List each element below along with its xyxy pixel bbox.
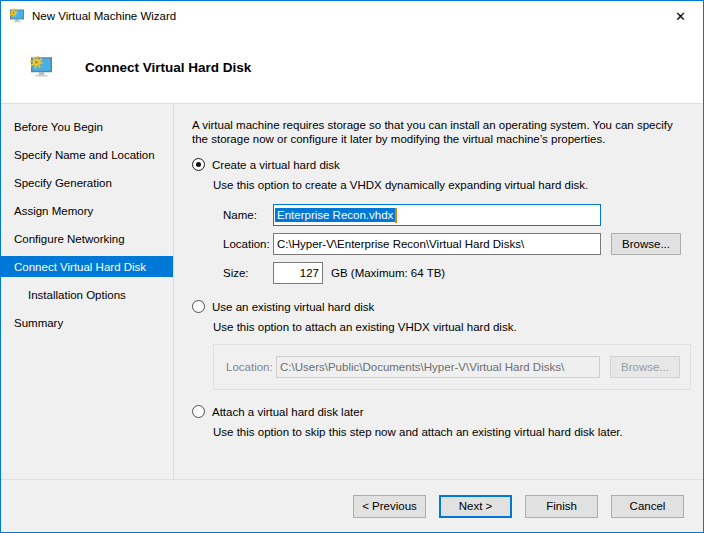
existing-disk-group: Location: Browse... <box>213 344 691 390</box>
size-maximum-text: GB (Maximum: 64 TB) <box>331 267 445 279</box>
sidebar-item-before-you-begin[interactable]: Before You Begin <box>1 113 173 141</box>
previous-button[interactable]: < Previous <box>353 495 426 518</box>
finish-button[interactable]: Finish <box>525 495 598 518</box>
wizard-page-content: A virtual machine requires storage so th… <box>174 104 704 479</box>
size-label: Size: <box>223 267 273 279</box>
window-title: New Virtual Machine Wizard <box>32 10 176 22</box>
existing-location-label: Location: <box>226 361 276 373</box>
wizard-footer: < Previous Next > Finish Cancel <box>1 479 703 532</box>
sidebar-item-assign-memory[interactable]: Assign Memory <box>1 197 173 225</box>
attach-later-label[interactable]: Attach a virtual hard disk later <box>212 406 364 418</box>
existing-disk-option[interactable]: Use an existing virtual hard disk <box>192 300 691 313</box>
name-label: Name: <box>223 209 273 221</box>
text-caret <box>395 208 397 223</box>
name-input[interactable]: Enterprise Recon.vhdx <box>273 204 601 226</box>
attach-later-description: Use this option to skip this step now an… <box>213 425 691 439</box>
existing-location-input <box>276 356 600 378</box>
existing-disk-radio[interactable] <box>192 300 205 313</box>
name-row: Name: Enterprise Recon.vhdx <box>223 204 691 226</box>
existing-browse-button: Browse... <box>610 356 680 378</box>
new-vm-wizard-window: New Virtual Machine Wizard ✕ Connect Vir… <box>0 0 704 533</box>
location-input[interactable] <box>273 233 601 255</box>
existing-disk-description: Use this option to attach an existing VH… <box>213 320 691 334</box>
location-label: Location: <box>223 238 273 250</box>
size-row: Size: GB (Maximum: 64 TB) <box>223 262 691 284</box>
size-input[interactable] <box>273 262 323 284</box>
location-row: Location: Browse... <box>223 233 691 255</box>
vm-wizard-icon <box>9 8 25 24</box>
vm-wizard-header-icon <box>29 55 54 79</box>
wizard-header: Connect Virtual Hard Disk <box>1 31 703 104</box>
wizard-steps-sidebar: Before You Begin Specify Name and Locati… <box>1 104 174 479</box>
sidebar-item-specify-name-and-location[interactable]: Specify Name and Location <box>1 141 173 169</box>
sidebar-item-summary[interactable]: Summary <box>1 309 173 337</box>
sidebar-item-installation-options[interactable]: Installation Options <box>1 281 173 309</box>
create-disk-radio[interactable] <box>192 158 205 171</box>
sidebar-item-configure-networking[interactable]: Configure Networking <box>1 225 173 253</box>
next-button[interactable]: Next > <box>439 495 512 518</box>
page-title: Connect Virtual Hard Disk <box>85 60 251 75</box>
title-bar: New Virtual Machine Wizard ✕ <box>1 1 703 31</box>
attach-later-option[interactable]: Attach a virtual hard disk later <box>192 405 691 418</box>
cancel-button[interactable]: Cancel <box>611 495 684 518</box>
create-disk-option[interactable]: Create a virtual hard disk <box>192 158 691 171</box>
create-disk-description: Use this option to create a VHDX dynamic… <box>213 178 691 192</box>
existing-disk-label[interactable]: Use an existing virtual hard disk <box>212 301 374 313</box>
page-intro-text: A virtual machine requires storage so th… <box>192 118 691 146</box>
sidebar-item-specify-generation[interactable]: Specify Generation <box>1 169 173 197</box>
name-input-selected-text: Enterprise Recon.vhdx <box>275 208 395 222</box>
browse-button[interactable]: Browse... <box>611 233 681 255</box>
sidebar-item-connect-virtual-hard-disk[interactable]: Connect Virtual Hard Disk <box>1 256 173 277</box>
attach-later-radio[interactable] <box>192 405 205 418</box>
create-disk-label[interactable]: Create a virtual hard disk <box>212 159 340 171</box>
close-icon[interactable]: ✕ <box>658 1 703 31</box>
